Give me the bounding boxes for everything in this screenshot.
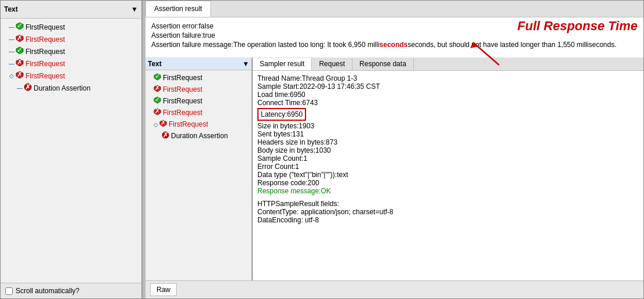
tree-item-2[interactable]: — ✗ FlrstRequest bbox=[1, 33, 141, 45]
inner-label-4: FirstRequest bbox=[163, 109, 202, 117]
highlight-millis: seconds bbox=[380, 41, 408, 49]
left-panel-title: Text bbox=[4, 5, 18, 13]
connector-1: — bbox=[9, 23, 14, 31]
inner-left-title: Text bbox=[148, 60, 162, 68]
headers-size: Headers size in bytes:873 bbox=[257, 138, 639, 146]
tree-label-4: FlrstRequest bbox=[26, 60, 65, 68]
blank-line bbox=[257, 195, 639, 200]
inner-label-3: FirstRequest bbox=[163, 97, 202, 105]
connector-2: — bbox=[9, 35, 14, 44]
left-panel-dropdown-icon[interactable]: ▼ bbox=[131, 5, 138, 13]
left-footer: Scroll automatically? bbox=[1, 283, 141, 298]
inner-connector-5: ◇ bbox=[154, 121, 158, 128]
svg-text:✓: ✓ bbox=[155, 73, 160, 80]
inner-label-6: Duration Assertion bbox=[171, 132, 228, 140]
latency-row: Latency:6950 bbox=[257, 107, 639, 122]
tree-item-1[interactable]: — ✓ FlrstRequest bbox=[1, 21, 141, 33]
tree-label-3: FlrstRequest bbox=[26, 48, 65, 56]
inner-tree-item-1[interactable]: ✓ FirstRequest bbox=[145, 72, 252, 84]
inner-tree-item-6[interactable]: ✗ Duration Assertion bbox=[145, 130, 252, 142]
svg-text:✓: ✓ bbox=[17, 22, 23, 30]
inner-right-panel: Sampler result Request Response data Thr… bbox=[253, 58, 643, 280]
bottom-bar: Raw bbox=[145, 280, 643, 298]
left-panel: Text ▼ — ✓ FlrstRequest — bbox=[1, 1, 143, 298]
body-size: Body size in bytes:1030 bbox=[257, 146, 639, 154]
shield-green-icon-1: ✓ bbox=[16, 22, 24, 32]
inner-left-panel: Text ▼ ✓ FirstRequest bbox=[145, 58, 253, 280]
full-response-time-label: Full Response Time bbox=[518, 19, 638, 33]
tab-response-data[interactable]: Response data bbox=[352, 58, 414, 70]
sample-count: Sample Count:1 bbox=[257, 154, 639, 163]
inner-tab-bar: Sampler result Request Response data bbox=[253, 58, 643, 71]
svg-text:✗: ✗ bbox=[17, 34, 23, 42]
inner-shield-green-3: ✓ bbox=[154, 96, 161, 106]
assertion-failure-message: Assertion failure message:The operation … bbox=[151, 41, 638, 49]
red-arrow-annotation bbox=[467, 39, 502, 67]
load-time: Load time:6950 bbox=[257, 91, 639, 99]
tab-assertion-result[interactable]: Assertion result bbox=[145, 1, 211, 17]
red-x-icon-6: ✗ bbox=[24, 83, 32, 93]
shield-red-icon-5: ✗ bbox=[16, 71, 24, 81]
latency-value: Latency:6950 bbox=[257, 108, 306, 121]
tab-sampler-result[interactable]: Sampler result bbox=[253, 58, 312, 70]
tab-raw[interactable]: Raw bbox=[150, 283, 177, 296]
sampler-result-content: Thread Name:Thread Group 1-3 Sample Star… bbox=[253, 71, 643, 280]
inner-shield-green-1: ✓ bbox=[154, 73, 161, 82]
sent-bytes: Sent bytes:131 bbox=[257, 130, 639, 138]
full-response-time-annotation: Full Response Time bbox=[518, 19, 638, 34]
thread-name: Thread Name:Thread Group 1-3 bbox=[257, 74, 639, 82]
inner-red-x-6: ✗ bbox=[162, 131, 169, 141]
tree-item-6[interactable]: — ✗ Duration Assertion bbox=[1, 82, 141, 94]
inner-shield-red-4: ✗ bbox=[154, 108, 161, 117]
tree-label-2: FlrstRequest bbox=[26, 35, 65, 44]
connect-time: Connect Time:6743 bbox=[257, 99, 639, 107]
inner-shield-red-2: ✗ bbox=[154, 85, 161, 94]
response-code: Response code:200 bbox=[257, 179, 639, 187]
data-type: Data type ("text"|"bin"|"")):text bbox=[257, 171, 639, 179]
svg-text:✗: ✗ bbox=[17, 59, 23, 66]
inner-label-5: FirstRequest bbox=[169, 120, 208, 128]
connector-5: ◇ bbox=[9, 72, 14, 80]
inner-shield-red-5: ✗ bbox=[159, 120, 167, 129]
shield-red-icon-2: ✗ bbox=[16, 34, 24, 44]
content-type: ContentType: application/json; charset=u… bbox=[257, 208, 639, 216]
connector-3: — bbox=[9, 48, 14, 56]
left-panel-header: Text ▼ bbox=[1, 1, 141, 19]
tree-label-5: FlrstRequest bbox=[26, 72, 65, 80]
svg-text:✓: ✓ bbox=[17, 46, 23, 54]
svg-text:✗: ✗ bbox=[161, 120, 166, 126]
connector-4: — bbox=[9, 60, 14, 68]
right-tab-bar: Assertion result bbox=[145, 1, 643, 17]
tab-request[interactable]: Request bbox=[312, 58, 352, 70]
scroll-checkbox[interactable] bbox=[5, 287, 13, 295]
shield-red-icon-4: ✗ bbox=[16, 59, 24, 69]
svg-text:✗: ✗ bbox=[25, 83, 31, 91]
inner-label-2: FirstRequest bbox=[163, 85, 202, 93]
inner-tree-item-5[interactable]: ◇ ✗ FirstRequest bbox=[145, 118, 252, 130]
response-message: Response message:OK bbox=[257, 187, 639, 195]
right-panel: Assertion result Assertion error:false A… bbox=[145, 1, 643, 298]
tree-item-4[interactable]: — ✗ FlrstRequest bbox=[1, 57, 141, 70]
scroll-label: Scroll automatically? bbox=[16, 287, 79, 295]
inner-left-header: Text ▼ bbox=[145, 58, 252, 70]
inner-tree-item-2[interactable]: ✗ FirstRequest bbox=[145, 84, 252, 95]
size-in-bytes: Size in bytes:1903 bbox=[257, 122, 639, 130]
tree-item-5[interactable]: ◇ ✗ FlrstRequest bbox=[1, 70, 141, 82]
tree-label-1: FlrstRequest bbox=[26, 23, 65, 31]
inner-split: Text ▼ ✓ FirstRequest bbox=[145, 58, 643, 280]
left-tree-area: — ✓ FlrstRequest — ✗ Flr bbox=[1, 19, 141, 283]
inner-left-dropdown-icon[interactable]: ▼ bbox=[242, 60, 249, 68]
shield-green-icon-3: ✓ bbox=[16, 46, 24, 56]
tree-label-6: Duration Assertion bbox=[34, 84, 90, 92]
inner-tree-area: ✓ FirstRequest ✗ FirstReq bbox=[145, 70, 252, 280]
data-encoding: DataEncoding: utf-8 bbox=[257, 216, 639, 224]
inner-tree-item-3[interactable]: ✓ FirstRequest bbox=[145, 95, 252, 107]
svg-text:✗: ✗ bbox=[155, 108, 160, 114]
svg-line-12 bbox=[473, 42, 499, 65]
assertion-result-area: Assertion error:false Assertion failure:… bbox=[145, 17, 643, 58]
svg-text:✗: ✗ bbox=[155, 85, 160, 91]
sample-start: Sample Start:2022-09-13 17:46:35 CST bbox=[257, 82, 639, 91]
inner-tree-item-4[interactable]: ✗ FirstRequest bbox=[145, 107, 252, 118]
svg-text:✗: ✗ bbox=[17, 71, 23, 78]
tree-item-3[interactable]: — ✓ FlrstRequest bbox=[1, 45, 141, 57]
